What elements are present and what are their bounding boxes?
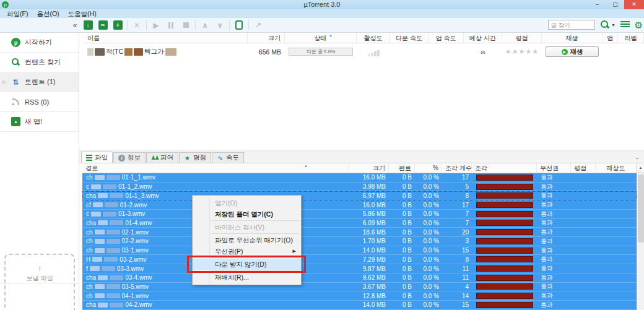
file-done-cell: 0 B xyxy=(389,264,415,273)
file-row[interactable]: ch 01-1_1.wmv 16.0 MB 0 B 0.0 % 17 통과 xyxy=(82,173,637,183)
torrent-column-header[interactable]: 예상 시간 xyxy=(464,33,502,43)
file-size-cell: 16.0 MB xyxy=(349,173,389,182)
torrent-column-header[interactable]: 이름 xyxy=(82,33,248,43)
upload-arrow-icon: ↑ xyxy=(6,264,74,273)
file-done-cell: 0 B xyxy=(389,237,415,246)
sidebar-item[interactable]: ▲ 새 앱! xyxy=(0,112,79,132)
sidebar-item[interactable]: ▷ ⇅ 토렌트 (1) xyxy=(0,72,79,92)
move-up-queue-button[interactable]: ∧ xyxy=(198,20,212,31)
torrent-column-header[interactable]: 다운 속도 xyxy=(390,33,429,43)
file-column-header[interactable]: 조각 xyxy=(472,163,537,173)
sidebar-item[interactable]: µ 시작하기 xyxy=(0,33,79,53)
file-pieces-cell xyxy=(472,200,537,209)
file-row[interactable]: ch 03-5.wmv 3.67 MB 0 B 0.0 % 4 통과 xyxy=(82,283,637,292)
sidebar-item[interactable]: RSS (0) xyxy=(0,92,79,112)
detail-tab[interactable]: ∿ 속도 xyxy=(212,152,244,163)
collapse-panel-chevron-icon[interactable]: ⌄ xyxy=(633,153,642,162)
scrollbar-thumb[interactable] xyxy=(638,174,644,243)
context-menu-item[interactable]: ▶ xyxy=(211,220,300,221)
sort-arrow-icon: ▲ xyxy=(329,33,333,37)
torrent-column-header[interactable]: 크기 xyxy=(248,33,285,43)
file-resolution-cell xyxy=(596,273,637,282)
tab-label: 속도 xyxy=(226,153,239,162)
torrent-column-header[interactable]: 재생 xyxy=(542,33,603,43)
expander-icon[interactable]: ▷ xyxy=(2,79,6,85)
create-torrent-button[interactable]: ＋ xyxy=(111,20,124,31)
share-button[interactable]: ↗ xyxy=(251,20,265,31)
file-row[interactable]: cha 04-2.wmv 14.0 MB 0 B 0.0 % 15 통과 xyxy=(82,301,637,310)
search-dropdown-caret-icon[interactable]: ▾ xyxy=(612,22,615,28)
close-button[interactable]: ✕ xyxy=(624,0,644,9)
start-button[interactable]: ▶ xyxy=(149,20,163,31)
maximize-button[interactable]: ▢ xyxy=(606,0,624,9)
torrent-column-header[interactable]: 라벨 xyxy=(618,33,644,43)
move-down-queue-button[interactable]: ∨ xyxy=(213,20,227,31)
file-column-header[interactable]: 경로 xyxy=(82,163,349,173)
file-row[interactable]: cha 01-1_3.wmv 6.97 MB 0 B 0.0 % 8 통과 xyxy=(82,191,637,200)
file-column-header[interactable]: 평점 xyxy=(571,163,596,173)
torrent-column-header[interactable]: 상태 xyxy=(285,33,357,43)
file-row[interactable]: cha 01-4.wmv 6.09 MB 0 B 0.0 % 7 통과 xyxy=(82,219,637,228)
file-row[interactable]: H 03-2.wmv 7.29 MB 0 B 0.0 % 8 통과 xyxy=(82,255,637,264)
file-row[interactable]: ch 03-1.wmv 14.0 MB 0 B 0.0 % 15 통과 xyxy=(82,246,637,256)
remove-button[interactable]: ✕ xyxy=(130,20,144,31)
detail-tab[interactable]: 파일 xyxy=(81,152,113,163)
file-row[interactable]: ch 04-1.wmv 12.8 MB 0 B 0.0 % 14 통과 xyxy=(82,291,637,301)
sidebar-item[interactable]: 컨텐츠 찾기 xyxy=(0,53,79,72)
menu-item[interactable]: 옵션(O) xyxy=(32,9,63,18)
file-column-header[interactable]: % xyxy=(415,163,442,173)
add-torrent-button[interactable]: ↓ xyxy=(81,20,95,31)
menu-item[interactable]: 파일(F) xyxy=(2,9,32,18)
remote-button[interactable] xyxy=(232,20,246,31)
remove-icon: ✕ xyxy=(134,21,140,30)
file-row[interactable]: ch 02-1.wmv 18.6 MB 0 B 0.0 % 20 통과 xyxy=(82,228,637,237)
file-name: 03-1.wmv xyxy=(122,247,149,254)
context-menu-item[interactable]: ▶ xyxy=(211,233,300,234)
file-column-header[interactable]: 완료 xyxy=(389,163,415,173)
detail-tab[interactable]: i 정보 xyxy=(113,152,146,163)
torrent-list-header: 이름크기상태활성도다운 속도업 속도예상 시간평점재생앱라벨 xyxy=(82,33,644,43)
torrent-eta-cell: ∞ xyxy=(464,48,502,56)
title-bar: µ µTorrent 3.0 – ▢ ✕ xyxy=(0,0,644,9)
torrent-row[interactable]: 적(TC 텍그가 656 MB 다운 중 0.0% ∞ ★★★★★ ▶ xyxy=(82,43,644,60)
file-column-header[interactable]: 크기 xyxy=(349,163,389,173)
file-row[interactable]: cf 01-2.wmv 16.0 MB 0 B 0.0 % 17 통과 xyxy=(82,200,637,210)
detail-tab[interactable]: ★ 평점 xyxy=(179,152,211,163)
menu-item[interactable]: 도움말(H) xyxy=(64,9,101,18)
file-row[interactable]: c 01-1_2.wmv 3.98 MB 0 B 0.0 % 5 통과 xyxy=(82,183,637,192)
context-menu-item[interactable]: 열기(O) ▶ xyxy=(193,197,301,209)
torrent-column-header[interactable]: 업 속도 xyxy=(429,33,464,43)
minimize-button[interactable]: – xyxy=(588,0,606,9)
file-column-header[interactable]: 해상도 xyxy=(596,163,637,173)
context-menu-item[interactable]: 파일로 우선순위 매기기(O) ▶ xyxy=(193,235,301,246)
context-menu-item[interactable]: 바이러스 검사(V) ▶ xyxy=(193,222,301,233)
file-row[interactable]: c 01-3.wmv 5.86 MB 0 B 0.0 % 7 통과 xyxy=(82,210,637,219)
torrent-column-header[interactable]: 앱 xyxy=(603,33,618,43)
context-menu-item[interactable]: 재배치(R)... ▶ xyxy=(193,272,301,283)
torrent-rating-stars[interactable]: ★★★★★ xyxy=(502,48,542,56)
file-row[interactable]: cha 03-4.wmv 9.62 MB 0 B 0.0 % 11 통과 xyxy=(82,273,637,283)
detail-tab[interactable]: ♟♟ 피어 xyxy=(146,152,178,163)
gear-icon[interactable]: ⚙ xyxy=(635,20,643,30)
file-column-header[interactable]: 조각 개수 xyxy=(442,163,472,173)
file-row[interactable]: f 03-3.wmv 9.87 MB 0 B 0.0 % 11 통과 xyxy=(82,264,637,273)
torrent-column-header[interactable]: 평점 xyxy=(502,33,542,43)
collapse-sidebar-chevron[interactable]: « xyxy=(69,21,80,30)
pause-button[interactable] xyxy=(164,20,178,31)
context-menu-item[interactable]: 저장된 폴더 열기(C) ▶ xyxy=(193,209,301,220)
torrent-column-header[interactable]: 활성도 xyxy=(357,33,390,43)
file-column-header[interactable]: 우선권 xyxy=(537,163,571,173)
file-piece-count-cell: 11 xyxy=(442,273,472,282)
censored-block xyxy=(98,275,108,280)
scroll-up-arrow-icon[interactable]: ▲ xyxy=(637,163,644,173)
search-input[interactable] xyxy=(548,20,595,30)
send-file-dropzone[interactable]: ↑ 보낼 파일 xyxy=(4,254,75,310)
file-row[interactable]: ch 02-2.wmv 1.70 MB 0 B 0.0 % 3 통과 xyxy=(82,237,637,246)
play-button[interactable]: ▶ 재생 xyxy=(546,46,599,57)
file-rating-cell xyxy=(571,237,596,246)
add-torrent-url-button[interactable]: ∞ xyxy=(96,20,110,31)
search-icon[interactable] xyxy=(600,20,610,30)
file-list-scrollbar[interactable]: ▲ xyxy=(637,163,644,310)
view-list-icon[interactable] xyxy=(620,21,630,28)
stop-button[interactable] xyxy=(179,20,193,31)
